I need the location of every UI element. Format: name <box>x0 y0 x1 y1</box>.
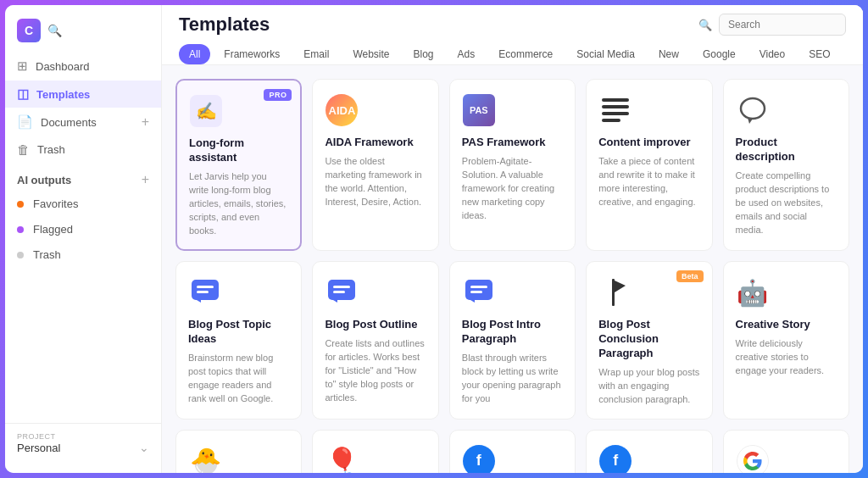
filter-tab-seo[interactable]: SEO <box>798 44 840 64</box>
card-blog-outline[interactable]: Blog Post Outline Create lists and outli… <box>312 261 438 419</box>
cards-area: PRO ✍️ Long-form assistant Let Jarvis he… <box>162 65 863 473</box>
ai-outputs-section: AI outputs + <box>5 164 161 191</box>
card-desc: Use the oldest marketing framework in th… <box>325 155 426 209</box>
filter-tab-website[interactable]: Website <box>342 44 399 64</box>
card-aida[interactable]: AIDA AIDA Framework Use the oldest marke… <box>312 79 438 251</box>
filter-tab-ecommerce[interactable]: Ecommerce <box>488 44 563 64</box>
svg-marker-7 <box>748 118 753 124</box>
card-icon-balloon: 🎈 <box>325 444 359 473</box>
sidebar-item-dashboard[interactable]: ⊞ Dashboard <box>5 53 161 80</box>
card-pas[interactable]: PAS PAS Framework Problem-Agitate-Soluti… <box>449 79 576 251</box>
filter-tab-frameworks[interactable]: Frameworks <box>214 44 290 64</box>
svg-rect-10 <box>197 291 209 293</box>
svg-rect-5 <box>602 119 620 122</box>
card-icon-chat-blue <box>188 275 222 309</box>
filter-tab-google[interactable]: Google <box>693 44 746 64</box>
filter-tab-all[interactable]: All <box>179 44 210 64</box>
svg-point-6 <box>741 98 765 119</box>
card-icon-pas: PAS <box>462 93 496 127</box>
filter-tab-email[interactable]: Email <box>293 44 339 64</box>
filter-tab-video[interactable]: Video <box>749 44 795 64</box>
card-fb-primary[interactable]: f Facebook ad primary text Create high c… <box>586 430 712 473</box>
title-row: Templates 🔍 <box>179 14 846 36</box>
flagged-dot <box>17 226 24 233</box>
add-ai-output-button[interactable]: + <box>142 172 149 187</box>
ai-outputs-label: AI outputs <box>17 174 71 186</box>
sidebar-item-label: Flagged <box>33 223 73 236</box>
svg-rect-20 <box>612 279 615 306</box>
add-document-button[interactable]: + <box>142 114 149 130</box>
card-title: Content improver <box>598 136 699 150</box>
pro-badge: PRO <box>264 89 292 101</box>
filter-tab-social-media[interactable]: Social Media <box>566 44 645 64</box>
svg-rect-2 <box>602 98 629 102</box>
svg-marker-19 <box>470 300 475 303</box>
dashboard-icon: ⊞ <box>17 58 28 74</box>
svg-rect-9 <box>197 286 214 288</box>
card-google-ads[interactable]: Google ads headline Create high converti… <box>723 430 849 473</box>
card-desc: Let Jarvis help you write long-form blog… <box>189 170 288 238</box>
card-icon-flag <box>598 275 632 309</box>
card-desc: Write deliciously creative stories to en… <box>736 337 837 378</box>
card-product-desc[interactable]: Product description Create compelling pr… <box>723 79 849 251</box>
card-title: Blog Post Outline <box>325 318 426 332</box>
card-title: PAS Framework <box>462 136 563 150</box>
card-icon-writing: ✍️ <box>189 94 223 128</box>
card-desc: Blast through writers block by letting u… <box>462 352 563 406</box>
card-content-improver[interactable]: Content improver Take a piece of content… <box>586 79 712 251</box>
sidebar-nav: ⊞ Dashboard ◫ Templates 📄 Documents + 🗑 … <box>5 53 161 423</box>
sidebar-item-trash[interactable]: 🗑 Trash <box>5 136 161 163</box>
card-blog-topics[interactable]: Blog Post Topic Ideas Brainstorm new blo… <box>175 261 302 419</box>
card-icon-bubble <box>736 93 770 127</box>
filter-tab-blog[interactable]: Blog <box>403 44 444 64</box>
sidebar-item-trash2[interactable]: Trash <box>5 242 161 267</box>
card-icon-chat-blue3 <box>462 275 496 309</box>
beta-badge: Beta <box>676 270 704 282</box>
svg-rect-13 <box>333 286 350 288</box>
sidebar-item-documents[interactable]: 📄 Documents + <box>5 108 161 136</box>
svg-rect-3 <box>602 105 629 108</box>
card-desc: Take a piece of content and rewrite it t… <box>598 155 699 209</box>
card-long-form[interactable]: PRO ✍️ Long-form assistant Let Jarvis he… <box>175 79 302 251</box>
card-explain-child[interactable]: 🐣 Explain It To a Child Rephrase text to… <box>175 430 302 473</box>
sidebar-item-label: Templates <box>36 88 90 101</box>
sidebar-item-flagged[interactable]: Flagged <box>5 217 161 242</box>
svg-rect-4 <box>602 112 629 115</box>
svg-text:✍️: ✍️ <box>196 101 217 121</box>
svg-rect-8 <box>192 280 219 300</box>
sidebar-item-templates[interactable]: ◫ Templates <box>5 81 161 108</box>
search-icon[interactable]: 🔍 <box>47 24 62 37</box>
card-fb-headline[interactable]: f Facebook ad headline Generate scroll-s… <box>449 430 576 473</box>
sidebar-item-label: Documents <box>41 116 97 129</box>
card-desc: Problem-Agitate-Solution. A valuable fra… <box>462 155 563 223</box>
sidebar-logo: C 🔍 <box>5 15 161 53</box>
card-title: Blog Post Topic Ideas <box>188 318 289 347</box>
project-dropdown-icon[interactable]: ⌄ <box>139 441 149 454</box>
card-blog-intro[interactable]: Blog Post Intro Paragraph Blast through … <box>449 261 576 419</box>
sidebar-item-label: Favorites <box>33 197 78 210</box>
card-title: Long-form assistant <box>189 136 288 165</box>
card-icon-chat-blue2 <box>325 275 359 309</box>
card-creative-story[interactable]: 🤖 Creative Story Write deliciously creat… <box>723 261 849 419</box>
search-input[interactable] <box>719 14 846 36</box>
card-blog-conclusion[interactable]: Beta Blog Post Conclusion Paragraph Wrap… <box>586 261 712 419</box>
card-icon-google <box>736 444 770 473</box>
svg-rect-18 <box>470 291 482 293</box>
filter-tab-ads[interactable]: Ads <box>448 44 486 64</box>
card-title: Creative Story <box>736 318 837 332</box>
search-icon: 🔍 <box>698 19 712 31</box>
card-desc: Brainstorm new blog post topics that wil… <box>188 352 289 406</box>
filter-tab-new[interactable]: New <box>648 44 689 64</box>
card-title: Blog Post Conclusion Paragraph <box>598 318 699 361</box>
trash-icon: 🗑 <box>17 142 30 157</box>
sidebar-item-label: Dashboard <box>36 60 90 73</box>
sidebar-item-label: Trash <box>33 248 61 261</box>
trash2-dot <box>17 252 24 258</box>
card-icon-facebook2: f <box>598 444 632 473</box>
card-sentence-expander[interactable]: 🎈 Sentence Expander Expand a short sente… <box>312 430 438 473</box>
card-desc: Create lists and outlines for articles. … <box>325 337 426 405</box>
page-title: Templates <box>179 14 270 36</box>
card-desc: Wrap up your blog posts with an engaging… <box>598 366 699 407</box>
sidebar-item-favorites[interactable]: Favorites <box>5 192 161 216</box>
svg-marker-21 <box>615 281 626 292</box>
